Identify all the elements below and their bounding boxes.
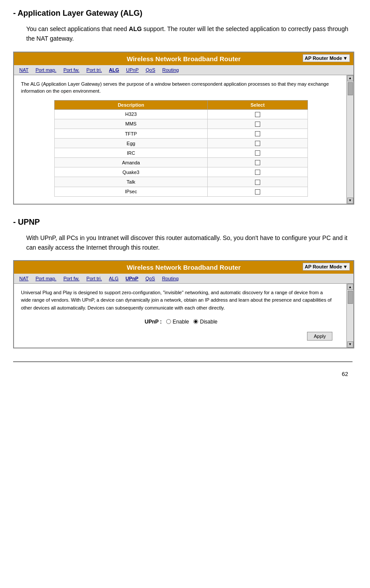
checkbox-ipsec[interactable] bbox=[255, 189, 260, 195]
alg-nav-qos[interactable]: QoS bbox=[143, 66, 158, 73]
upnp-disable-label[interactable]: Disable bbox=[193, 319, 217, 325]
alg-row-irc-desc: IRC bbox=[55, 148, 208, 158]
alg-body-description: The ALG (Application Layer Gateway) serv… bbox=[21, 80, 341, 95]
checkbox-h323[interactable] bbox=[255, 112, 260, 117]
alg-nav-portfw[interactable]: Port fw. bbox=[61, 66, 82, 73]
checkbox-talk[interactable] bbox=[255, 180, 260, 185]
alg-row-amanda-desc: Amanda bbox=[55, 158, 208, 167]
upnp-mode-label: AP Router Mode bbox=[305, 264, 342, 269]
upnp-section-title: - UPNP bbox=[13, 218, 353, 227]
table-row: IRC bbox=[55, 148, 308, 158]
upnp-router-body: Universal Plug and Play is designed to s… bbox=[14, 284, 353, 347]
enable-text: Enable bbox=[173, 319, 189, 325]
alg-row-amanda-check[interactable] bbox=[207, 158, 307, 167]
alg-nav-alg[interactable]: ALG bbox=[106, 66, 122, 73]
checkbox-mms[interactable] bbox=[255, 122, 260, 127]
upnp-router-title: Wireless Network Broadband Router bbox=[127, 264, 241, 271]
alg-row-tftp-check[interactable] bbox=[207, 129, 307, 138]
table-row: Egg bbox=[55, 139, 308, 148]
alg-nav-porttri[interactable]: Port tri. bbox=[84, 66, 105, 73]
alg-row-mms-desc: MMS bbox=[55, 119, 208, 129]
upnp-nav-upnp[interactable]: UPnP bbox=[123, 275, 141, 282]
checkbox-irc[interactable] bbox=[255, 150, 260, 156]
page-number: 62 bbox=[13, 371, 353, 377]
alg-row-h323-check[interactable] bbox=[207, 109, 307, 119]
alg-row-egg-desc: Egg bbox=[55, 139, 208, 148]
alg-dropdown-arrow[interactable]: ▼ bbox=[343, 56, 348, 61]
alg-router-frame: Wireless Network Broadband Router AP Rou… bbox=[13, 52, 354, 205]
apply-button[interactable]: Apply bbox=[307, 332, 332, 341]
alg-row-quake3-desc: Quake3 bbox=[55, 167, 208, 177]
table-row: TFTP bbox=[55, 129, 308, 138]
alg-router-body: The ALG (Application Layer Gateway) serv… bbox=[14, 75, 353, 204]
checkbox-quake3[interactable] bbox=[255, 170, 260, 175]
alg-row-ipsec-check[interactable] bbox=[207, 187, 307, 196]
table-row: IPsec bbox=[55, 187, 308, 196]
upnp-field-label: UPnP : bbox=[145, 319, 162, 325]
alg-row-tftp-desc: TFTP bbox=[55, 129, 208, 138]
alg-nav-portmap[interactable]: Port map. bbox=[33, 66, 59, 73]
alg-scrollbar[interactable]: ▲ ▼ bbox=[346, 75, 353, 204]
table-row: Quake3 bbox=[55, 167, 308, 177]
upnp-router-header: Wireless Network Broadband Router AP Rou… bbox=[14, 261, 353, 274]
scroll-down-arrow[interactable]: ▼ bbox=[347, 198, 353, 204]
alg-row-ipsec-desc: IPsec bbox=[55, 187, 208, 196]
alg-row-talk-desc: Talk bbox=[55, 177, 208, 187]
alg-nav-upnp[interactable]: UPnP bbox=[123, 66, 141, 73]
upnp-nav-bar: NAT Port map. Port fw. Port tri. ALG UPn… bbox=[14, 274, 353, 284]
upnp-body-description: Universal Plug and Play is designed to s… bbox=[21, 289, 341, 311]
alg-row-egg-check[interactable] bbox=[207, 139, 307, 148]
alg-nav-nat[interactable]: NAT bbox=[17, 66, 31, 73]
alg-row-h323-desc: H323 bbox=[55, 109, 208, 119]
table-row: H323 bbox=[55, 109, 308, 119]
table-row: Talk bbox=[55, 177, 308, 187]
alg-table-header-select: Select bbox=[207, 100, 307, 109]
upnp-scroll-down-arrow[interactable]: ▼ bbox=[347, 341, 353, 348]
upnp-nav-nat[interactable]: NAT bbox=[17, 275, 31, 282]
bottom-divider bbox=[13, 362, 353, 362]
upnp-nav-alg[interactable]: ALG bbox=[106, 275, 121, 282]
upnp-router-frame: Wireless Network Broadband Router AP Rou… bbox=[13, 260, 354, 348]
alg-section-title: - Application Layer Gateway (ALG) bbox=[13, 9, 353, 18]
alg-mode-dropdown[interactable]: AP Router Mode ▼ bbox=[303, 54, 350, 62]
upnp-scroll-up-arrow[interactable]: ▲ bbox=[347, 284, 353, 290]
upnp-nav-portfw[interactable]: Port fw. bbox=[61, 275, 82, 282]
alg-section-description: You can select applications that need AL… bbox=[26, 24, 353, 44]
upnp-scrollbar[interactable]: ▲ ▼ bbox=[346, 284, 353, 347]
checkbox-amanda[interactable] bbox=[255, 160, 260, 165]
table-row: MMS bbox=[55, 119, 308, 129]
alg-table-header-description: Description bbox=[55, 100, 208, 109]
upnp-dropdown-arrow[interactable]: ▼ bbox=[343, 264, 348, 269]
upnp-nav-porttri[interactable]: Port tri. bbox=[84, 275, 105, 282]
disable-text: Disable bbox=[200, 319, 217, 325]
alg-mode-label: AP Router Mode bbox=[305, 56, 342, 61]
upnp-mode-dropdown[interactable]: AP Router Mode ▼ bbox=[303, 263, 350, 271]
checkbox-egg[interactable] bbox=[255, 141, 260, 146]
alg-table: Description Select H323 MMS TFTP bbox=[54, 100, 308, 197]
upnp-control-row: UPnP : Enable Disable bbox=[21, 319, 341, 325]
table-row: Amanda bbox=[55, 158, 308, 167]
checkbox-tftp[interactable] bbox=[255, 131, 260, 136]
upnp-scroll-thumb[interactable] bbox=[348, 291, 353, 304]
alg-row-quake3-check[interactable] bbox=[207, 167, 307, 177]
apply-btn-row: Apply bbox=[21, 332, 341, 341]
alg-router-title: Wireless Network Broadband Router bbox=[127, 55, 241, 63]
radio-disable[interactable] bbox=[193, 319, 198, 324]
alg-row-talk-check[interactable] bbox=[207, 177, 307, 187]
alg-router-header: Wireless Network Broadband Router AP Rou… bbox=[14, 52, 353, 65]
upnp-enable-label[interactable]: Enable bbox=[166, 319, 189, 325]
alg-row-mms-check[interactable] bbox=[207, 119, 307, 129]
upnp-nav-portmap[interactable]: Port map. bbox=[33, 275, 59, 282]
scroll-thumb[interactable] bbox=[348, 82, 353, 95]
upnp-nav-qos[interactable]: QoS bbox=[143, 275, 157, 282]
alg-nav-bar: NAT Port map. Port fw. Port tri. ALG UPn… bbox=[14, 65, 353, 75]
alg-row-irc-check[interactable] bbox=[207, 148, 307, 158]
upnp-nav-routing[interactable]: Routing bbox=[159, 275, 181, 282]
radio-enable[interactable] bbox=[166, 319, 171, 324]
upnp-section-description: With UPnP, all PCs in you Intranet will … bbox=[26, 233, 353, 253]
alg-nav-routing[interactable]: Routing bbox=[160, 66, 182, 73]
scroll-up-arrow[interactable]: ▲ bbox=[347, 75, 353, 81]
